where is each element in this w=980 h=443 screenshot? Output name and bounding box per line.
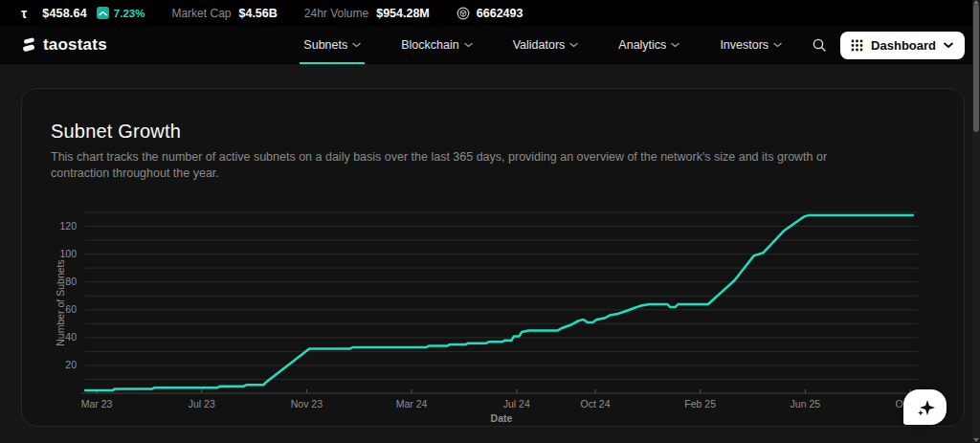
page-scrollbar[interactable] [972,0,980,443]
subnet-growth-chart[interactable]: 20406080100120Mar 23Jul 23Nov 23Mar 24Ju… [22,197,964,427]
chevron-down-icon [773,42,782,48]
nav-item-subnets[interactable]: Subnets [303,27,361,64]
market-cap-value: $4.56B [238,7,277,20]
ai-assistant-button[interactable] [903,389,947,425]
nav-item-label: Analytics [618,38,666,52]
block-number: 6662493 [477,7,523,20]
taostats-logo[interactable]: taostats [21,35,107,55]
scrollbar-down-arrow[interactable] [973,438,979,442]
nav-item-investors[interactable]: Investors [720,27,782,64]
svg-text:80: 80 [65,276,77,287]
svg-text:Feb 25: Feb 25 [684,398,716,410]
tao-symbol: τ [21,6,27,21]
search-button[interactable] [812,37,827,53]
svg-text:Mar 24: Mar 24 [396,398,428,410]
svg-text:Number of Subnets: Number of Subnets [55,259,66,345]
dashboard-button[interactable]: Dashboard [840,32,965,59]
price-change-percent: 7.23% [114,8,145,19]
svg-text:Date: Date [491,412,513,424]
chevron-down-icon [671,42,679,48]
svg-text:100: 100 [59,248,77,259]
svg-text:Jul 23: Jul 23 [189,398,215,410]
nav-item-label: Investors [720,38,768,52]
chevron-down-icon [944,42,953,49]
price-up-chip [97,7,109,19]
chevron-down-icon [569,42,578,48]
sparkle-icon [914,396,937,419]
svg-text:Nov 23: Nov 23 [291,398,323,410]
volume-label: 24hr Volume [304,7,368,20]
nav-item-analytics[interactable]: Analytics [618,27,679,64]
nav-item-label: Blockchain [401,38,458,52]
subnet-growth-card: Subnet Growth This chart tracks the numb… [21,88,965,427]
dashboard-button-label: Dashboard [871,38,936,53]
main-content: Subnet Growth This chart tracks the numb… [0,65,980,443]
block-icon [457,7,470,20]
svg-text:Jun 25: Jun 25 [791,398,821,410]
block-height-group: 6662493 [457,7,523,20]
svg-text:40: 40 [65,331,77,343]
price-ticker-bar: τ $458.64 7.23% Market Cap $4.56B 24hr V… [0,0,980,26]
svg-text:Oct 24: Oct 24 [581,398,611,410]
svg-text:120: 120 [59,220,77,232]
svg-text:60: 60 [65,303,77,315]
chart-title: Subnet Growth [51,121,181,143]
nav-item-blockchain[interactable]: Blockchain [401,27,472,64]
scrollbar-thumb[interactable] [973,4,979,132]
svg-text:Mar 23: Mar 23 [81,398,113,410]
taostats-logo-icon [21,37,36,54]
svg-text:Jul 24: Jul 24 [503,398,530,410]
nav-items: Subnets Blockchain Validators Analytics … [283,27,802,64]
logo-text: taostats [43,35,107,55]
chevron-down-icon [464,42,473,48]
main-navbar: taostats Subnets Blockchain Validators A… [0,26,980,65]
tao-price: $458.64 [42,7,87,20]
chart-description: This chart tracks the number of active s… [51,149,845,182]
nav-item-label: Validators [513,38,566,52]
nav-item-validators[interactable]: Validators [513,27,579,64]
market-cap-label: Market Cap [171,7,231,20]
search-icon [812,37,827,53]
nav-item-label: Subnets [303,38,347,52]
volume-value: $954.28M [376,7,430,20]
svg-text:20: 20 [65,359,77,370]
arrow-up-icon [99,11,107,16]
grid-icon [851,39,863,52]
chevron-down-icon [352,42,361,48]
